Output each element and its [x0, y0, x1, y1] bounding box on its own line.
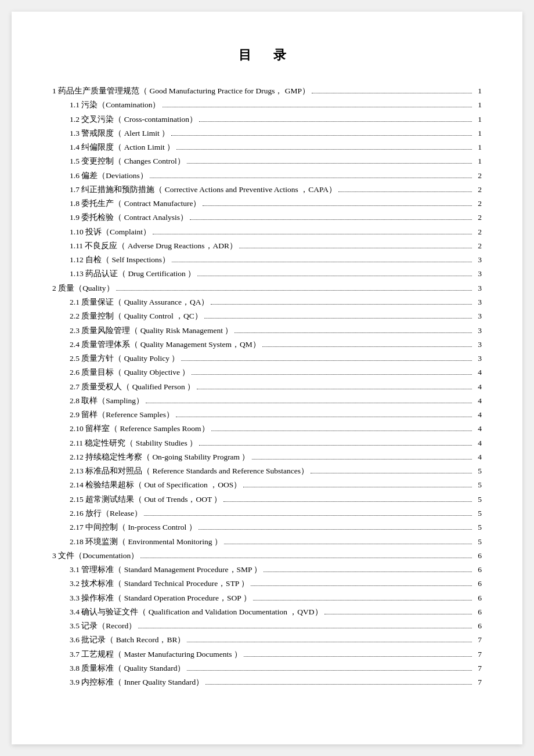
toc-item: 1.8 委托生产（ Contract Manufacture）2	[52, 197, 482, 210]
toc-page: 4	[474, 451, 482, 464]
toc-item: 2.2 质量控制（ Quality Control ，QC）3	[52, 310, 482, 323]
toc-item: 1.10 投诉（Complaint）2	[52, 226, 482, 238]
toc-label: 2.6 质量目标（ Quality Objective ）	[52, 366, 190, 379]
toc-label: 2.12 持续稳定性考察（ On-going Stability Program…	[52, 451, 250, 464]
toc-item: 2.6 质量目标（ Quality Objective ）4	[52, 366, 482, 379]
toc-item: 2.7 质量受权人（ Qualified Person ）4	[52, 381, 482, 393]
toc-dots	[239, 248, 472, 248]
toc-dots	[203, 205, 472, 206]
toc-page: 1	[474, 155, 482, 168]
page: 目 录 1 药品生产质量管理规范（ Good Manufacturing Pra…	[12, 12, 522, 744]
toc-item: 3.6 批记录（ Batch Record，BR）7	[52, 634, 482, 646]
toc-label: 2.15 超常测试结果（ Out of Trends，OOT ）	[52, 493, 222, 506]
toc-label: 2.1 质量保证（ Quality Assurance，QA）	[52, 296, 209, 309]
toc-dots	[312, 93, 472, 93]
toc-item: 2.4 质量管理体系（ Quality Management System，QM…	[52, 338, 482, 351]
toc-item: 2.10 留样室（ Reference Samples Room）4	[52, 422, 482, 435]
toc-item: 1.3 警戒限度（ Alert Limit ）1	[52, 127, 482, 140]
toc-page: 5	[474, 521, 482, 534]
toc-dots	[199, 121, 472, 122]
toc-dots	[211, 431, 472, 431]
toc-label: 2.5 质量方针（ Quality Policy ）	[52, 352, 179, 365]
toc-page: 5	[474, 536, 482, 548]
toc-page: 7	[474, 648, 482, 661]
toc-page: 2	[474, 197, 482, 210]
toc-dots	[234, 332, 472, 333]
toc-page: 2	[474, 226, 482, 238]
toc-label: 1.9 委托检验（ Contract Analysis）	[52, 211, 188, 224]
toc-dots	[252, 459, 472, 460]
toc-page: 7	[474, 634, 482, 646]
toc-item: 2.18 环境监测（ Environmental Monitoring ）5	[52, 536, 482, 548]
toc-item: 3.8 质量标准（ Quality Standard）7	[52, 662, 482, 675]
toc-item: 3.7 工艺规程（ Master Manufacturing Documents…	[52, 648, 482, 661]
toc-dots	[150, 178, 472, 178]
toc-item: 3.4 确认与验证文件（ Qualification and Validatio…	[52, 606, 482, 618]
toc-dots	[138, 628, 472, 628]
toc-item: 1.2 交叉污染（ Cross-contamination）1	[52, 113, 482, 126]
toc-dots	[224, 544, 472, 544]
toc-page: 7	[474, 676, 482, 689]
toc-page: 4	[474, 408, 482, 421]
toc-item: 2.14 检验结果超标（ Out of Specification ，OOS）5	[52, 479, 482, 491]
toc-item: 1.4 纠偏限度（ Action Limit ）1	[52, 141, 482, 154]
toc-dots	[205, 684, 472, 685]
toc-dots	[192, 374, 472, 375]
toc-dots	[338, 191, 472, 192]
toc-label: 2.14 检验结果超标（ Out of Specification ，OOS）	[52, 479, 241, 491]
toc-item: 3.5 记录（Record）6	[52, 620, 482, 632]
toc-label: 1.6 偏差（Deviations）	[52, 169, 148, 182]
toc-label: 3.7 工艺规程（ Master Manufacturing Documents…	[52, 648, 242, 661]
toc-page: 5	[474, 507, 482, 520]
toc-item: 1.13 药品认证（ Drug Certification ）3	[52, 267, 482, 280]
toc-page: 3	[474, 267, 482, 280]
toc-page: 4	[474, 381, 482, 393]
toc-dots	[187, 642, 472, 642]
toc-page: 2	[474, 240, 482, 252]
toc-label: 1.11 不良反应（ Adverse Drug Reactions，ADR）	[52, 240, 237, 252]
toc-dots	[187, 163, 472, 164]
toc-dots	[181, 360, 472, 361]
page-title: 目 录	[52, 46, 482, 64]
toc-label: 3.8 质量标准（ Quality Standard）	[52, 662, 185, 675]
toc-dots	[311, 473, 472, 473]
toc-page: 4	[474, 366, 482, 379]
toc-label: 1.12 自检（ Self Inspections）	[52, 254, 170, 266]
toc-label: 2.9 留样（Reference Samples）	[52, 408, 174, 421]
toc-item: 2.17 中间控制（ In-process Control ）5	[52, 521, 482, 534]
toc-page: 6	[474, 606, 482, 618]
toc-item: 3 文件（Documentation）6	[52, 549, 482, 562]
toc-page: 6	[474, 620, 482, 632]
toc-label: 2.8 取样（Sampling）	[52, 395, 144, 407]
toc-label: 1.10 投诉（Complaint）	[52, 226, 151, 238]
toc-dots	[171, 135, 472, 136]
toc-page: 1	[474, 99, 482, 111]
toc-label: 2.7 质量受权人（ Qualified Person ）	[52, 381, 195, 393]
toc-page: 3	[474, 352, 482, 365]
toc-item: 3.3 操作标准（ Standard Operation Procedure，S…	[52, 592, 482, 605]
toc-page: 5	[474, 493, 482, 506]
toc-label: 3.1 管理标准（ Standard Management Procedure，…	[52, 563, 262, 576]
toc-dots	[190, 219, 472, 220]
toc-dots	[262, 346, 472, 347]
toc-label: 3 文件（Documentation）	[52, 549, 139, 562]
toc-label: 1.13 药品认证（ Drug Certification ）	[52, 267, 196, 280]
toc-label: 3.5 记录（Record）	[52, 620, 136, 632]
toc-item: 2 质量（Quality）3	[52, 282, 482, 295]
toc-page: 3	[474, 282, 482, 295]
toc-item: 1.9 委托检验（ Contract Analysis）2	[52, 211, 482, 224]
toc-item: 1.5 变更控制（ Changes Control）1	[52, 155, 482, 168]
toc-dots	[197, 276, 472, 276]
toc-dots	[251, 585, 472, 586]
toc-page: 5	[474, 479, 482, 491]
toc-label: 2.2 质量控制（ Quality Control ，QC）	[52, 310, 203, 323]
toc-item: 3.1 管理标准（ Standard Management Procedure，…	[52, 563, 482, 576]
toc-page: 2	[474, 211, 482, 224]
toc-label: 1.3 警戒限度（ Alert Limit ）	[52, 127, 169, 140]
toc-dots	[172, 262, 472, 262]
toc-dots	[199, 445, 472, 446]
toc-page: 3	[474, 296, 482, 309]
toc-dots	[146, 403, 472, 403]
toc-dots	[243, 487, 472, 487]
toc-dots	[187, 670, 472, 671]
